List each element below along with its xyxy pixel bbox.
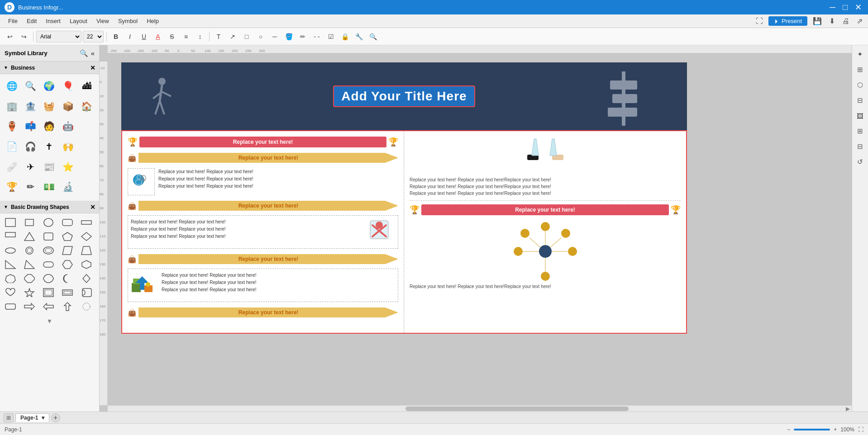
rp-history-btn[interactable]: ↺ — [854, 156, 867, 168]
shape-trapezoid[interactable] — [79, 244, 94, 257]
print-icon[interactable]: 🖨 — [840, 16, 851, 26]
symbol-pencil[interactable]: ✏ — [22, 179, 38, 195]
symbol-search[interactable]: 🔍 — [22, 78, 38, 94]
symbol-blank[interactable] — [79, 118, 95, 134]
present-button[interactable]: ⏵ Present — [768, 16, 807, 26]
symbol-hands[interactable]: 🙌 — [60, 138, 76, 155]
close-btn[interactable]: ✕ — [853, 2, 863, 12]
redo-button[interactable]: ↪ — [18, 30, 30, 43]
shape-heart[interactable] — [3, 286, 18, 299]
save-icon[interactable]: 💾 — [811, 16, 824, 26]
shape-wave-rect[interactable] — [3, 300, 18, 313]
symbol-house[interactable]: 🏠 — [79, 98, 95, 114]
menu-insert[interactable]: Insert — [41, 16, 65, 26]
bold-button[interactable]: B — [110, 30, 122, 43]
symbol-globe1[interactable]: 🌐 — [4, 78, 20, 94]
shape-arrow-right[interactable] — [22, 300, 37, 313]
line-spacing-button[interactable]: ↕ — [194, 30, 206, 43]
symbol-basket[interactable]: 🧺 — [41, 98, 57, 114]
shape-wide-frame[interactable] — [60, 286, 75, 299]
shape-circle-outline[interactable] — [22, 244, 37, 257]
symbol-headset[interactable]: 🎧 — [22, 138, 38, 155]
underline-button[interactable]: U — [138, 30, 150, 43]
shape-diamond[interactable] — [79, 230, 94, 243]
size-select[interactable]: 22 — [83, 31, 104, 43]
strikethrough-button[interactable]: S — [166, 30, 178, 43]
symbol-bandage[interactable]: 🩹 — [4, 159, 20, 175]
symbol-building1[interactable]: 🏢 — [4, 98, 20, 114]
scroll-right-arrow[interactable]: ▶ — [846, 406, 850, 411]
shape-arrow-up[interactable] — [60, 300, 75, 313]
oval-button[interactable]: ○ — [254, 30, 267, 43]
view-toggle-button[interactable]: ⊞ — [4, 413, 14, 422]
symbol-plane[interactable]: ✈ — [22, 159, 38, 175]
symbol-cross[interactable]: ✝ — [41, 138, 57, 155]
symbol-blank2[interactable] — [79, 138, 95, 155]
shape-arrow-left[interactable] — [41, 300, 56, 313]
symbol-microscope[interactable]: 🔬 — [60, 179, 76, 195]
minimize-btn[interactable]: ─ — [828, 3, 837, 12]
canvas-scroll[interactable]: Add Your Title Here — [108, 53, 852, 405]
shape-hex2[interactable] — [79, 258, 94, 271]
font-color-button[interactable]: A — [152, 30, 164, 43]
menu-symbol[interactable]: Symbol — [114, 16, 142, 26]
fit-screen-btn[interactable]: ⛶ — [858, 426, 863, 433]
undo-button[interactable]: ↩ — [4, 30, 16, 43]
fill-button[interactable]: 🪣 — [282, 30, 295, 43]
shape-stadium[interactable] — [41, 258, 56, 271]
horizontal-scrollbar[interactable]: ▶ — [108, 405, 852, 411]
italic-button[interactable]: I — [124, 30, 136, 43]
shape-ellipse-ring[interactable] — [41, 244, 56, 257]
tools-button[interactable]: 🔧 — [353, 30, 365, 43]
shape-starburst[interactable] — [79, 300, 94, 313]
line-button[interactable]: ─ — [268, 30, 281, 43]
text-box-button[interactable]: T — [212, 30, 225, 43]
shape-wide-rect[interactable] — [79, 216, 94, 229]
zoom-out-btn[interactable]: − — [787, 426, 790, 433]
page-tab-1[interactable]: Page-1 ▾ — [15, 413, 49, 422]
symbol-balloon[interactable]: 🎈 — [60, 78, 76, 94]
shape-obl-tri[interactable] — [22, 258, 37, 271]
pen-button[interactable]: ✏ — [296, 30, 309, 43]
shape-kite[interactable] — [79, 272, 94, 285]
symbol-blank4[interactable] — [79, 179, 95, 195]
menu-help[interactable]: Help — [142, 16, 163, 26]
shape-ellipse-h[interactable] — [3, 244, 18, 257]
shape-circle[interactable] — [41, 216, 56, 229]
menu-file[interactable]: File — [4, 16, 22, 26]
shape-frame[interactable] — [41, 286, 56, 299]
rp-arrange-btn[interactable]: ⊞ — [854, 125, 867, 137]
menu-layout[interactable]: Layout — [65, 16, 92, 26]
connector-button[interactable]: ↗ — [226, 30, 239, 43]
symbol-person[interactable]: 🧑 — [41, 118, 57, 134]
symbol-trophy[interactable]: 🏆 — [4, 179, 20, 195]
fullscreen-icon[interactable]: ⛶ — [754, 16, 765, 26]
share-icon[interactable]: ⇗ — [855, 16, 864, 26]
shape-oct[interactable] — [22, 272, 37, 285]
rp-layers-btn[interactable]: ⊟ — [854, 94, 867, 107]
search-button[interactable]: 🔍 — [367, 30, 379, 43]
scroll-down-indicator[interactable]: ▼ — [0, 316, 99, 326]
maximize-btn[interactable]: □ — [841, 3, 849, 12]
symbol-globe2[interactable]: 🌍 — [41, 78, 57, 94]
rp-cursor-btn[interactable]: ✦ — [854, 48, 867, 61]
symbol-robot[interactable]: 🤖 — [60, 118, 76, 134]
collapse-panel-icon[interactable]: « — [91, 49, 95, 57]
shape-12gon[interactable] — [41, 272, 56, 285]
shape-rounded-rect[interactable] — [60, 216, 75, 229]
shape-pentagon[interactable] — [60, 230, 75, 243]
page-dropdown-icon[interactable]: ▾ — [42, 415, 44, 421]
symbol-box2[interactable]: 📫 — [22, 118, 38, 134]
rp-format-btn[interactable]: ⊞ — [854, 63, 867, 76]
symbol-city[interactable]: 🏙 — [79, 78, 95, 94]
dash-button[interactable]: - - — [310, 30, 323, 43]
rectangle-button[interactable]: □ — [240, 30, 253, 43]
shape-rect1[interactable] — [3, 216, 18, 229]
shape-short-rect[interactable] — [3, 230, 18, 243]
shape-scroll[interactable] — [79, 286, 94, 299]
symbol-blank3[interactable] — [79, 159, 95, 175]
menu-view[interactable]: View — [92, 16, 114, 26]
shape-triangle[interactable] — [22, 230, 37, 243]
shape-hexagon[interactable] — [60, 258, 75, 271]
symbol-box[interactable]: 📦 — [60, 98, 76, 114]
